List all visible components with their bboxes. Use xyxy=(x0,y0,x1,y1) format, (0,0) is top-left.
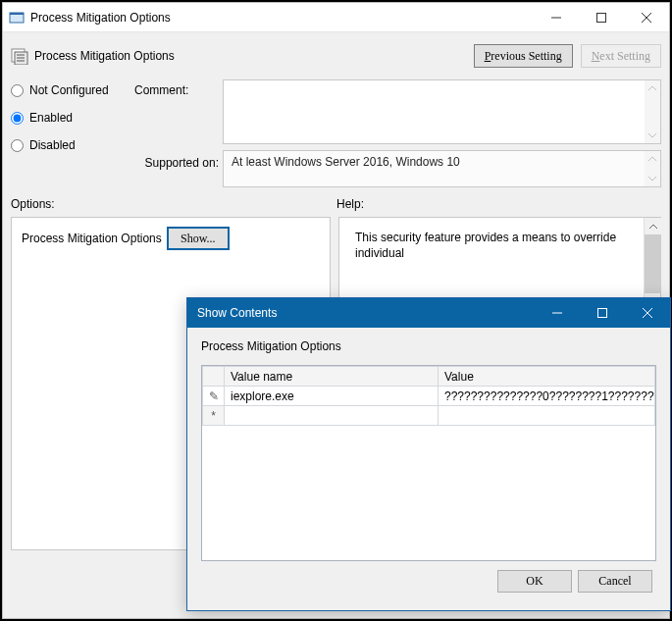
main-titlebar: Process Mitigation Options xyxy=(3,3,669,32)
scroll-up-icon xyxy=(645,151,660,167)
dialog-minimize-button[interactable] xyxy=(535,298,580,328)
close-button[interactable] xyxy=(624,3,669,32)
radio-not-configured[interactable]: Not Configured xyxy=(11,83,130,97)
cell-value[interactable] xyxy=(439,406,655,426)
state-radio-group: Not Configured Enabled Disabled xyxy=(11,79,130,187)
header-row: Process Mitigation Options Previous Sett… xyxy=(11,38,661,74)
help-label: Help: xyxy=(336,197,364,211)
previous-setting-button[interactable]: Previous Setting xyxy=(474,44,573,68)
cell-value[interactable]: ???????????????0????????1???????1 xyxy=(439,387,655,406)
radio-not-configured-label: Not Configured xyxy=(29,83,109,97)
table-header-row: Value name Value xyxy=(203,367,655,387)
table-row[interactable]: * xyxy=(203,406,655,426)
comment-scrollbar[interactable] xyxy=(645,80,660,143)
minimize-button[interactable] xyxy=(534,3,579,32)
supported-on-text: At least Windows Server 2016, Windows 10 xyxy=(232,155,460,169)
supported-on-textbox: At least Windows Server 2016, Windows 10 xyxy=(223,150,661,187)
maximize-button[interactable] xyxy=(579,3,624,32)
supported-on-label: Supported on: xyxy=(134,150,219,187)
policy-icon xyxy=(11,47,28,65)
scroll-down-icon[interactable] xyxy=(645,128,660,143)
next-setting-button[interactable]: Next Setting xyxy=(581,44,661,68)
options-label: Options: xyxy=(11,197,336,211)
cell-value-name[interactable] xyxy=(225,406,439,426)
window-title: Process Mitigation Options xyxy=(30,11,534,25)
values-table[interactable]: Value name Value ✎ iexplore.exe ????????… xyxy=(201,365,656,561)
window-icon xyxy=(9,10,25,26)
help-text: This security feature provides a means t… xyxy=(355,230,641,261)
col-value[interactable]: Value xyxy=(439,367,655,387)
svg-rect-1 xyxy=(10,13,24,15)
radio-enabled-label: Enabled xyxy=(29,111,73,125)
dialog-titlebar: Show Contents xyxy=(187,298,670,328)
options-help-labels: Options: Help: xyxy=(11,197,661,211)
svg-rect-12 xyxy=(598,309,607,318)
option-label: Process Mitigation Options xyxy=(22,232,162,245)
dialog-body: Process Mitigation Options Value name Va… xyxy=(187,328,670,610)
radio-enabled[interactable]: Enabled xyxy=(11,111,130,125)
option-row: Process Mitigation Options Show... xyxy=(22,228,320,249)
policy-heading: Process Mitigation Options xyxy=(34,49,466,63)
ok-button[interactable]: OK xyxy=(497,570,572,593)
cancel-button[interactable]: Cancel xyxy=(578,570,652,593)
show-contents-dialog: Show Contents Process Mitigation Options… xyxy=(186,297,671,611)
svg-rect-3 xyxy=(597,13,606,22)
radio-disabled[interactable]: Disabled xyxy=(11,138,130,152)
scroll-up-icon[interactable] xyxy=(645,218,661,234)
comment-textbox[interactable] xyxy=(223,79,661,144)
dialog-footer: OK Cancel xyxy=(201,561,656,600)
gutter-header xyxy=(203,367,225,387)
dialog-title: Show Contents xyxy=(197,306,535,320)
dialog-maximize-button[interactable] xyxy=(580,298,625,328)
radio-disabled-label: Disabled xyxy=(29,138,76,152)
scroll-down-icon xyxy=(645,171,660,186)
comment-label: Comment: xyxy=(134,79,219,144)
supported-scrollbar xyxy=(645,151,660,186)
dialog-close-button[interactable] xyxy=(625,298,670,328)
scroll-up-icon[interactable] xyxy=(645,80,660,96)
row-marker-new-icon: * xyxy=(203,406,225,426)
show-button[interactable]: Show... xyxy=(168,228,229,249)
scrollbar-thumb[interactable] xyxy=(645,234,661,293)
col-value-name[interactable]: Value name xyxy=(225,367,439,387)
window-controls xyxy=(534,3,669,32)
cell-value-name[interactable]: iexplore.exe xyxy=(225,387,439,406)
table-row[interactable]: ✎ iexplore.exe ???????????????0????????1… xyxy=(203,387,655,406)
row-marker-edit-icon: ✎ xyxy=(203,387,225,406)
config-grid: Not Configured Enabled Disabled Comment:… xyxy=(11,79,661,187)
dialog-heading: Process Mitigation Options xyxy=(201,339,656,353)
